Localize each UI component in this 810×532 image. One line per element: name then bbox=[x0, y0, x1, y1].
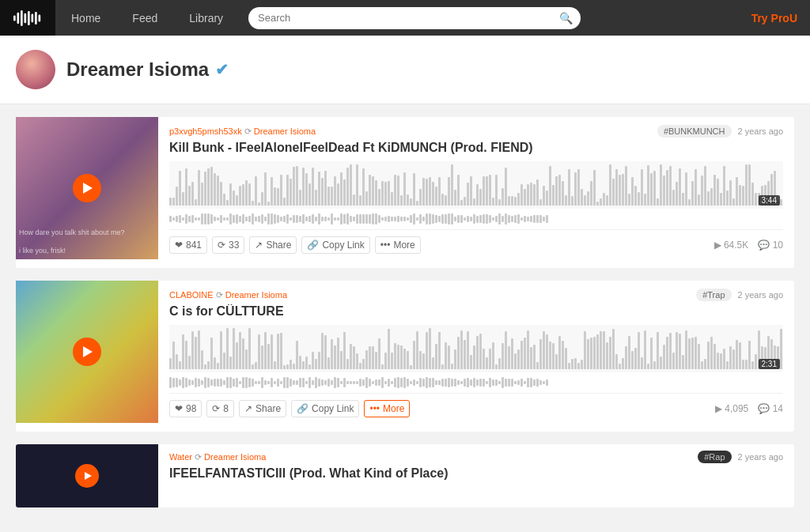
track-thumbnail-1: How dare you talk shit about me?i like y… bbox=[16, 117, 158, 259]
svg-rect-3 bbox=[25, 13, 27, 23]
more-button-2[interactable]: ••• More bbox=[364, 400, 410, 417]
track-actions-1: ❤ 841 ⟳ 33 ↗ Share 🔗 Copy Link ••• More … bbox=[169, 229, 783, 260]
play-button-3[interactable] bbox=[75, 464, 99, 488]
track-title-3: IFEELFANTASTICIII (Prod. What Kind of Pl… bbox=[169, 466, 783, 481]
track-tag-1[interactable]: #BUNKMUNCH bbox=[657, 125, 732, 138]
svg-rect-6 bbox=[35, 11, 37, 24]
nav-library[interactable]: Library bbox=[173, 0, 239, 36]
svg-rect-5 bbox=[32, 13, 34, 22]
plays-2: ▶ 4,095 bbox=[715, 403, 748, 414]
search-icon: 🔍 bbox=[559, 12, 573, 25]
profile-name: Dreamer Isioma ✔ bbox=[66, 58, 229, 81]
verified-badge: ✔ bbox=[215, 60, 229, 79]
track-stats-2: ▶ 4,095 💬 14 bbox=[715, 403, 783, 414]
track-card-2: CLABOINE ⟳ Dreamer Isioma #Trap 2 years … bbox=[16, 281, 794, 432]
track-stats-1: ▶ 64.5K 💬 10 bbox=[714, 240, 783, 251]
profile-header: Dreamer Isioma ✔ bbox=[0, 36, 810, 104]
play-icon-3 bbox=[85, 472, 92, 480]
track-card-1: How dare you talk shit about me?i like y… bbox=[16, 117, 794, 268]
navigation: Home Feed Library 🔍 Try ProU bbox=[0, 0, 810, 36]
waveform-1[interactable]: 3:44 bbox=[169, 161, 783, 209]
track-user-3[interactable]: Water bbox=[169, 452, 192, 462]
waveform-mini-2 bbox=[169, 375, 783, 390]
track-time-2: 2 years ago bbox=[738, 290, 783, 300]
track-tag-2[interactable]: #Trap bbox=[696, 289, 731, 301]
track-card-3: Water ⟳ Dreamer Isioma #Rap 2 years ago … bbox=[16, 444, 794, 507]
track-time-1: 2 years ago bbox=[738, 126, 783, 136]
content-area: How dare you talk shit about me?i like y… bbox=[0, 104, 810, 532]
track-meta-3: Water ⟳ Dreamer Isioma bbox=[169, 452, 266, 462]
track-user-1[interactable]: p3xvgh5pmsh53xk bbox=[169, 126, 242, 136]
duration-2: 2:31 bbox=[759, 359, 780, 369]
play-button-2[interactable] bbox=[73, 338, 101, 366]
track-thumbnail-3 bbox=[16, 444, 158, 507]
track-tag-3[interactable]: #Rap bbox=[698, 451, 731, 463]
repost-button-1[interactable]: ⟳ 33 bbox=[212, 236, 244, 254]
more-button-1[interactable]: ••• More bbox=[375, 236, 421, 254]
svg-rect-1 bbox=[17, 12, 20, 23]
repost-icon-3: ⟳ bbox=[195, 452, 204, 462]
play-icon-2 bbox=[83, 346, 93, 357]
repost-user-3[interactable]: Dreamer Isioma bbox=[204, 452, 266, 462]
copy-link-button-1[interactable]: 🔗 Copy Link bbox=[301, 236, 369, 254]
track-meta-1: p3xvgh5pmsh53xk ⟳ Dreamer Isioma bbox=[169, 126, 316, 137]
plays-1: ▶ 64.5K bbox=[714, 240, 749, 251]
repost-user-1[interactable]: Dreamer Isioma bbox=[254, 126, 316, 136]
repost-user-2[interactable]: Dreamer Isioma bbox=[225, 290, 287, 300]
svg-rect-0 bbox=[13, 15, 16, 21]
search-input[interactable] bbox=[248, 7, 581, 29]
comments-2: 💬 14 bbox=[758, 403, 783, 414]
like-button-1[interactable]: ❤ 841 bbox=[169, 236, 207, 254]
track-card-wrapper-2: CLABOINE ⟳ Dreamer Isioma #Trap 2 years … bbox=[16, 281, 794, 432]
track-actions-2: ❤ 98 ⟳ 8 ↗ Share 🔗 Copy Link ••• More ▶ … bbox=[169, 393, 783, 424]
logo[interactable] bbox=[0, 0, 55, 36]
repost-button-2[interactable]: ⟳ 8 bbox=[206, 400, 234, 417]
nav-feed[interactable]: Feed bbox=[116, 0, 173, 36]
repost-icon-1: ⟳ bbox=[244, 126, 254, 136]
nav-home[interactable]: Home bbox=[55, 0, 116, 36]
thumb-text-1: How dare you talk shit about me?i like y… bbox=[19, 228, 155, 256]
track-title-1: Kill Bunk - IFeelAloneIFeelDead Ft KiDMU… bbox=[169, 141, 783, 155]
track-meta-2: CLABOINE ⟳ Dreamer Isioma bbox=[169, 290, 287, 300]
track-user-2[interactable]: CLABOINE bbox=[169, 290, 214, 300]
share-button-2[interactable]: ↗ Share bbox=[239, 400, 286, 417]
comments-1: 💬 10 bbox=[758, 240, 783, 251]
waveform-mini-1 bbox=[169, 212, 783, 226]
search-container: 🔍 bbox=[239, 7, 739, 29]
share-button-1[interactable]: ↗ Share bbox=[249, 236, 297, 254]
like-button-2[interactable]: ❤ 98 bbox=[169, 400, 202, 417]
play-icon-1 bbox=[83, 183, 93, 194]
waveform-2[interactable]: 2:31 bbox=[169, 325, 783, 372]
svg-rect-2 bbox=[21, 10, 23, 26]
try-pro-button[interactable]: Try ProU bbox=[739, 12, 810, 25]
track-thumbnail-2 bbox=[16, 281, 158, 423]
track-time-3: 2 years ago bbox=[738, 452, 783, 462]
track-title-2: C is for CÜLTTURE bbox=[169, 304, 783, 319]
svg-rect-4 bbox=[28, 11, 30, 25]
avatar bbox=[16, 50, 55, 89]
svg-rect-7 bbox=[39, 14, 41, 21]
copy-link-button-2[interactable]: 🔗 Copy Link bbox=[291, 400, 359, 417]
repost-icon-2: ⟳ bbox=[216, 290, 225, 300]
play-button-1[interactable] bbox=[73, 174, 101, 202]
duration-1: 3:44 bbox=[759, 195, 780, 206]
